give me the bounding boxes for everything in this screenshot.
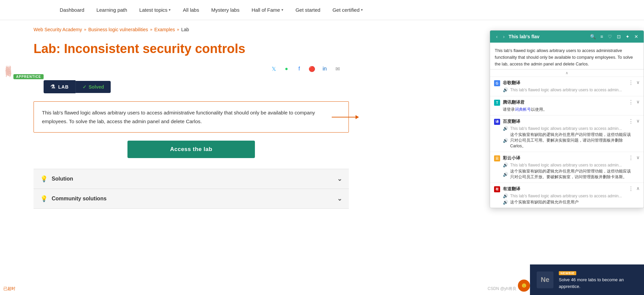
youdao-expand-icon[interactable]: ∧	[636, 186, 640, 191]
panel-translate-icon[interactable]: ⊡	[615, 33, 622, 40]
google-audio-icon[interactable]: 🔊	[503, 87, 508, 92]
twitter-share-icon[interactable]: 𝕏	[269, 64, 278, 73]
caiyun-translate-logo: 云	[494, 155, 500, 161]
linkedin-share-icon[interactable]: in	[320, 64, 329, 73]
tencent-login-prompt: 请登录词典帐号以使用。	[503, 107, 634, 112]
panel-prev-btn[interactable]: ‹	[494, 33, 500, 40]
chevron-down-icon: ▾	[361, 8, 363, 12]
nav-hall-of-fame[interactable]: Hall of Fame ▾	[246, 0, 289, 20]
baidu-cn-audio-icon[interactable]: 🔊	[503, 138, 508, 143]
youdao-en-text: 🔊 This lab's flawed logic allows arbitra…	[503, 193, 634, 198]
baidu-en-text: 🔊 This lab's flawed logic allows arbitra…	[503, 126, 634, 131]
youdao-en-audio-icon[interactable]: 🔊	[503, 193, 508, 198]
baidu-name: 百度翻译	[503, 118, 520, 125]
caiyun-name: 彩云小译	[503, 155, 520, 161]
community-chevron-icon: ⌄	[337, 195, 342, 202]
caiyun-cn-audio-icon[interactable]: 🔊	[503, 172, 508, 177]
solution-label: Solution	[52, 176, 73, 182]
solved-checkmark: ✓	[83, 84, 87, 90]
nav-dashboard[interactable]: Dashboard	[54, 0, 90, 20]
youdao-translate-content: 有道翻译 ⋮ 🔊 This lab's flawed logic allows …	[503, 186, 634, 205]
lab-description-box: This lab's flawed logic allows arbitrary…	[34, 101, 349, 133]
main-content: Web Security Academy » Business logic vu…	[27, 20, 362, 222]
email-share-icon[interactable]: ✉	[333, 64, 342, 73]
lab-label: LAB	[58, 84, 69, 90]
solution-bulb-icon: 💡	[40, 175, 48, 183]
nav-mystery-labs[interactable]: Mystery labs	[205, 0, 246, 20]
community-header-left: 💡 Community solutions	[40, 195, 107, 202]
panel-title: This lab's flav	[508, 34, 586, 39]
panel-nav: ‹ ›	[494, 33, 506, 40]
breadcrumb-examples[interactable]: Examples	[154, 27, 175, 32]
facebook-share-icon[interactable]: f	[294, 64, 304, 73]
tencent-more-icon[interactable]: ⋮	[628, 99, 634, 105]
breadcrumb-current: Lab	[181, 27, 189, 32]
panel-next-btn[interactable]: ›	[501, 33, 507, 40]
chevron-down-icon: ▾	[169, 8, 171, 12]
baidu-en-audio-icon[interactable]: 🔊	[503, 126, 508, 131]
tencent-translate-logo: T	[494, 100, 500, 106]
community-bulb-icon: 💡	[40, 195, 48, 202]
panel-scroll-up: ∧	[490, 69, 644, 77]
breadcrumb-sep-2: »	[150, 27, 152, 32]
caiyun-expand-icon[interactable]: ∨	[636, 155, 640, 160]
community-accordion-header[interactable]: 💡 Community solutions ⌄	[34, 189, 349, 208]
apprentice-badge: APPRENTICE	[13, 74, 44, 79]
nav-latest-topics[interactable]: Latest topics ▾	[133, 0, 177, 20]
solution-accordion-header[interactable]: 💡 Solution ⌄	[34, 169, 349, 189]
solved-badge: ✓ Solved	[75, 81, 111, 93]
translation-row-google: G 谷歌翻译 ⋮ 🔊 This lab's flawed logic allow…	[490, 77, 644, 96]
panel-heart-icon[interactable]: ♡	[606, 33, 613, 40]
youdao-cn-text: 🔊 这个实验室有缺陷的逻辑允许任意用户	[503, 199, 634, 205]
access-lab-button[interactable]: Access the lab	[127, 141, 255, 158]
panel-search-icon[interactable]: 🔍	[589, 33, 597, 40]
panel-icons: 🔍 ≡ ♡ ⊡ ✦ ✕	[589, 33, 640, 40]
lab-badge: ⚗ LAB	[44, 80, 75, 93]
youdao-more-icon[interactable]: ⋮	[628, 186, 634, 192]
reddit-share-icon[interactable]: 🔴	[307, 64, 317, 73]
panel-body: This lab's flawed logic allows arbitrary…	[490, 43, 644, 69]
solution-accordion: 💡 Solution ⌄	[34, 169, 349, 189]
nav-all-labs[interactable]: All labs	[177, 0, 205, 20]
tencent-expand-icon[interactable]: ∨	[636, 99, 640, 104]
panel-close-icon[interactable]: ✕	[633, 33, 640, 40]
nav-get-started[interactable]: Get started	[289, 0, 326, 20]
lab-description-text: This lab's flawed logic allows arbitrary…	[42, 108, 340, 126]
panel-menu-icon[interactable]: ≡	[599, 33, 604, 40]
baidu-translate-content: 百度翻译 ⋮ 🔊 This lab's flawed logic allows …	[503, 118, 634, 149]
chevron-down-icon: ▾	[281, 8, 283, 12]
community-label: Community solutions	[52, 196, 107, 202]
caiyun-en-audio-icon[interactable]: 🔊	[503, 162, 508, 167]
breadcrumb-web-security[interactable]: Web Security Academy	[34, 27, 82, 32]
caiyun-header: 彩云小译 ⋮	[503, 155, 634, 161]
google-more-icon[interactable]: ⋮	[628, 80, 634, 86]
left-sidebar: 想对着天讲说无论如何	[0, 20, 27, 222]
caiyun-translate-content: 彩云小译 ⋮ 🔊 This lab's flawed logic allows …	[503, 155, 634, 180]
google-expand-icon[interactable]: ∨	[636, 80, 640, 85]
nav-learning-path[interactable]: Learning path	[90, 0, 133, 20]
lab-badge-row: APPRENTICE ⚗ LAB ✓ Solved	[34, 80, 349, 93]
caiyun-more-icon[interactable]: ⋮	[628, 155, 634, 161]
youdao-name: 有道翻译	[503, 186, 520, 192]
nav-get-certified[interactable]: Get certified ▾	[326, 0, 369, 20]
panel-header: ‹ › This lab's flav 🔍 ≡ ♡ ⊡ ✦ ✕	[490, 31, 644, 43]
panel-share-icon[interactable]: ✦	[624, 33, 631, 40]
google-en-text: 🔊 This lab's flawed logic allows arbitra…	[503, 87, 634, 92]
caiyun-en-text: 🔊 This lab's flawed logic allows arbitra…	[503, 162, 634, 167]
whatsapp-share-icon[interactable]: ●	[282, 64, 291, 73]
youdao-translate-logo: 有	[494, 186, 500, 192]
baidu-more-icon[interactable]: ⋮	[628, 118, 634, 125]
tencent-login-link[interactable]: 词典帐号	[515, 107, 531, 112]
vertical-decorative-text: 想对着天讲说无论如何	[3, 60, 13, 67]
youdao-cn-audio-icon[interactable]: 🔊	[503, 200, 508, 205]
baidu-translate-logo: 译	[494, 119, 500, 125]
breadcrumb-sep-1: »	[84, 27, 86, 32]
tencent-translate-content: 腾讯翻译君 ⋮ 请登录词典帐号以使用。	[503, 99, 634, 112]
breadcrumb-business-logic[interactable]: Business logic vulnerabilities	[88, 27, 148, 32]
social-share-row: 𝕏 ● f 🔴 in ✉	[34, 64, 349, 73]
youdao-header: 有道翻译 ⋮	[503, 186, 634, 192]
google-header: 谷歌翻译 ⋮	[503, 80, 634, 86]
baidu-expand-icon[interactable]: ∨	[636, 118, 640, 124]
lab-title: Lab: Inconsistent security controls	[34, 42, 349, 56]
tencent-name: 腾讯翻译君	[503, 99, 525, 105]
